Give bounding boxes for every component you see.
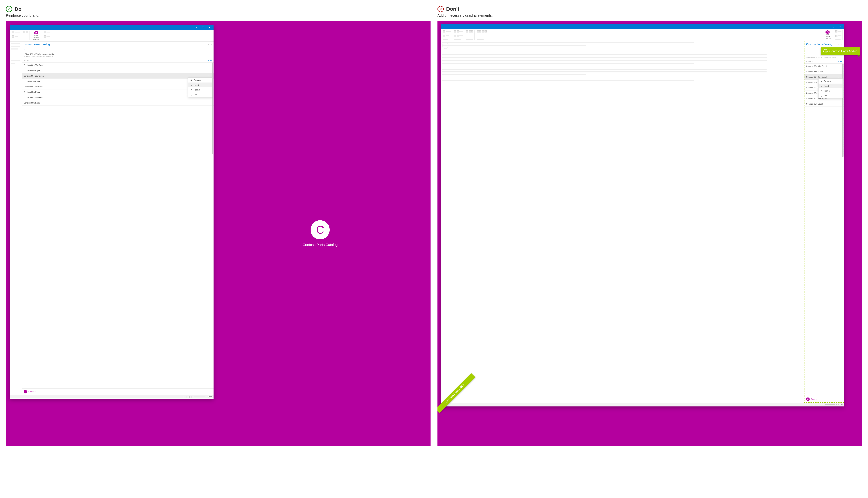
status-bar: - + 100% [10,395,214,399]
zoom-slider[interactable] [825,404,835,405]
grid-view-icon[interactable]: ▦ [840,60,842,62]
checkmark-icon [6,6,12,12]
sort-arrow-icon: ↓ [29,59,30,61]
results-list: Contoso 60 - 65w Equal Contoso 85w Equal… [804,64,844,396]
do-heading: Do [15,6,22,12]
brand-name: Contoso [811,398,818,400]
view-mode-button[interactable] [183,396,185,398]
window-maximize-button[interactable]: ☐ [830,25,837,29]
zoom-out[interactable]: - [823,404,824,406]
list-item[interactable]: Contoso 60 - 65w Equal• • • [22,73,214,79]
view-mode-button[interactable] [186,396,188,398]
brand-logo: C [806,397,810,401]
ctx-preview[interactable]: ◉Preview [188,78,212,82]
window-close-button[interactable]: ✕ [837,25,843,29]
list-item[interactable]: Contoso 85w Equal [22,100,214,106]
eye-icon: ◉ [190,79,192,81]
search-query: LED - R30 - 2700K - Warm White [24,53,212,56]
zoom-in[interactable]: + [836,404,837,406]
ctx-preview[interactable]: ◉Preview [818,79,842,83]
sort-header[interactable]: Name ↓ [806,60,813,62]
ribbon: ◔ Parts Catalog Contoso [10,30,214,41]
sort-header[interactable]: Name ↓ [24,59,30,61]
dont-heading: Don't [446,6,459,12]
ctx-insert[interactable]: ↳Insert [188,82,212,87]
document-body-placeholder [440,41,804,403]
promo-banner-text: Contoso Parts Add-in [829,50,857,53]
lightbulb-icon: ◔ [826,30,830,34]
task-pane: Contoso Parts Catalog ▼ ✕ ≡ LED - R30 - … [22,41,214,395]
scrollbar[interactable] [842,64,843,157]
ctx-format[interactable]: ⇆Format [188,87,212,92]
pane-title: Contoso Parts Catalog [806,42,832,45]
promo-banner: ◔ Contoso Parts Add-in [820,48,860,55]
zoom-out[interactable]: - [192,396,193,398]
dont-frame: − ☐ ✕ ◔ Parts Catalog Contoso [437,21,862,446]
titlebar: − ☐ ✕ [10,25,214,30]
app-window: − ☐ ✕ ◔ Parts Catalog Contoso [440,24,844,406]
zoom-level: 100% [838,404,843,406]
task-pane: Contoso Parts Catalog ▼ ✕ 16 results in … [804,41,844,403]
item-more-icon[interactable]: • • • [838,76,842,78]
view-mode-button[interactable] [189,396,191,398]
zoom-slider[interactable] [194,396,205,397]
pane-dropdown-icon[interactable]: ▼ [838,43,839,45]
insert-icon: ↳ [820,85,823,87]
brand-logo: C [24,390,27,393]
do-column: Do Reinforce your brand. − ☐ ✕ ◔ Parts C… [6,6,431,446]
ctx-pin[interactable]: ⚲Pin [188,92,212,97]
list-view-icon[interactable]: ≡ [208,59,209,61]
hamburger-icon[interactable]: ≡ [22,47,214,52]
do-frame: − ☐ ✕ ◔ Parts Catalog Contoso [6,21,431,446]
list-item[interactable]: Contoso 60 - 65w Equal [22,63,214,68]
results-list: Contoso 60 - 65w Equal Contoso 85w Equal… [22,63,214,389]
ribbon: ◔ Parts Catalog Contoso [440,29,844,41]
lightbulb-icon: ◔ [823,49,828,53]
list-item[interactable]: Contoso 85w Equal [22,90,214,95]
brand-hero-logo: C [311,220,330,239]
pin-icon: ⚲ [190,93,192,96]
eye-icon: ◉ [820,80,823,82]
list-item[interactable]: Contoso 85w Equal [804,69,844,74]
list-view-icon[interactable]: ≡ [838,60,839,62]
ctx-pin[interactable]: ⚲Pin [818,93,842,98]
lightbulb-icon: ◔ [34,31,38,35]
brand-hero-title: Contoso Parts Catalog [302,243,338,247]
view-mode-button[interactable] [814,404,816,406]
dont-column: Don't Add unnecessary graphic elements. … [437,6,862,446]
zoom-in[interactable]: + [206,396,207,398]
x-icon [437,6,444,12]
format-icon: ⇆ [820,90,823,92]
window-minimize-button[interactable]: − [193,25,199,29]
ctx-insert[interactable]: ↳Insert [818,83,842,88]
pane-dropdown-icon[interactable]: ▼ [207,43,209,45]
view-mode-button[interactable] [820,404,822,406]
ctx-format[interactable]: ⇆Format [818,88,842,93]
list-item[interactable]: Contoso 60 - 65w Equal [22,95,214,100]
list-item[interactable]: Contoso 85w Equal [804,101,844,107]
results-count: 16 results in LED - R30 - 60-65 Watt Equ… [24,56,212,57]
titlebar: − ☐ ✕ [440,24,844,29]
context-menu: ◉Preview ↳Insert ⇆Format ⚲Pin [818,79,843,98]
pane-close-icon[interactable]: ✕ [841,43,842,45]
context-menu: ◉Preview ↳Insert ⇆Format ⚲Pin [188,78,213,97]
list-item[interactable]: Contoso 85w Equal [22,68,214,73]
addin-ribbon-button[interactable]: ◔ Parts Catalog Contoso [31,31,42,40]
results-count: 16 results in LED - R30 - 60-65 Watt Equ… [806,57,842,58]
pin-icon: ⚲ [820,94,823,97]
format-icon: ⇆ [190,89,192,91]
view-mode-button[interactable] [817,404,819,406]
list-item[interactable]: Contoso 85w Equal [22,79,214,84]
addin-label: Parts Catalog [32,35,41,38]
list-item[interactable]: Contoso 60 - 65w Equal [22,84,214,90]
insert-icon: ↳ [190,84,192,86]
app-window: − ☐ ✕ ◔ Parts Catalog Contoso [10,25,214,399]
brand-hero: C Contoso Parts Catalog [210,21,431,446]
list-item[interactable]: Contoso 60 - 65w Equal [804,64,844,69]
pane-title: Contoso Parts Catalog [24,43,50,46]
window-minimize-button[interactable]: − [824,25,830,29]
status-bar: - + 100% [440,403,844,406]
window-maximize-button[interactable]: ☐ [200,25,206,29]
addin-ribbon-button[interactable]: ◔ Parts Catalog Contoso [822,30,833,40]
addin-sublabel: Contoso [33,39,39,40]
